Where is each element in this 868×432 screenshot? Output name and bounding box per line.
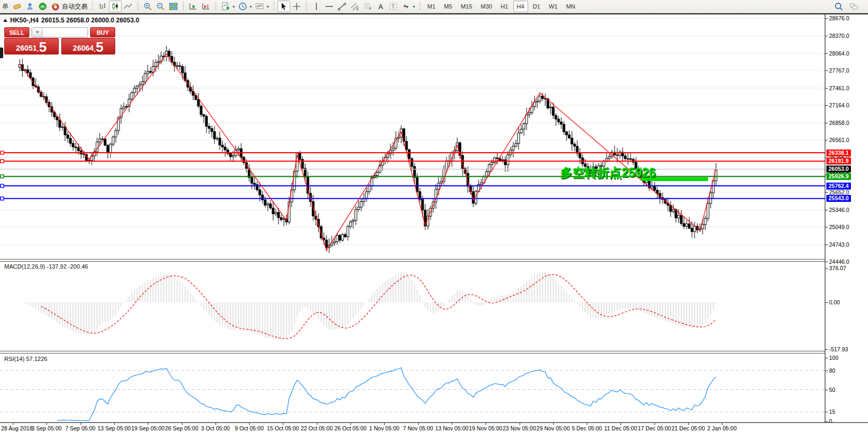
time-axis-tick: [485, 423, 486, 425]
timeframe-w1-button[interactable]: W1: [545, 1, 562, 12]
chart-shift-button[interactable]: [200, 1, 212, 12]
vertical-line-button[interactable]: [310, 1, 323, 12]
time-axis-tick: [148, 423, 148, 425]
rsi-axis-label: 100: [829, 355, 839, 361]
rsi-pane-separator[interactable]: [0, 351, 825, 354]
buy-price-int: 26064: [73, 43, 94, 53]
toolbar-right-group: [834, 2, 866, 11]
chart-title: HK50-,H4 26015.5 26058.0 26000.0 26053.0: [3, 17, 139, 24]
new-order-button[interactable]: [11, 1, 23, 12]
sell-button[interactable]: SELL: [4, 27, 29, 37]
search-icon[interactable]: [834, 2, 843, 11]
time-axis-label: 26 Oct 05:00: [335, 425, 367, 431]
buy-price-frac: 5: [95, 41, 103, 53]
time-axis-tick: [46, 423, 47, 425]
time-axis-tick: [182, 423, 182, 425]
trendline-icon: [337, 2, 347, 11]
sell-price-frac: 5: [39, 41, 46, 53]
price-tick-label: 24743.0: [829, 241, 849, 248]
timeframe-mn-button[interactable]: MN: [562, 1, 579, 12]
price-tick-label: 27767.0: [829, 67, 849, 74]
timeframe-m1-button[interactable]: M1: [424, 1, 439, 12]
metaeditor-button[interactable]: [23, 1, 36, 12]
metaeditor-icon: [25, 2, 35, 11]
indicators-button[interactable]: ▾: [219, 1, 236, 12]
price-line-tag: 25762.4: [826, 183, 851, 190]
chart-plot[interactable]: 多空转折点25926多空转折点25926: [0, 14, 825, 422]
trendline-button[interactable]: [336, 1, 348, 12]
price-line-tag: 26053.0: [826, 166, 851, 172]
timeframe-d1-button[interactable]: D1: [529, 1, 544, 12]
price-tick-label: 28676.0: [829, 15, 849, 21]
timeframe-m5-button[interactable]: M5: [440, 1, 456, 12]
timeframe-m15-button[interactable]: M15: [457, 1, 476, 12]
one-click-collapse-handle[interactable]: [0, 48, 3, 58]
timeframe-h4-button[interactable]: H4: [513, 1, 528, 12]
time-axis-tick: [81, 423, 81, 425]
buy-button[interactable]: BUY: [90, 27, 115, 37]
buy-price-box[interactable]: 26064.5: [61, 38, 116, 54]
indicators-icon: [221, 2, 230, 11]
toolbar-partial-label: 单: [2, 2, 9, 11]
timeframe-m30-button[interactable]: M30: [477, 1, 496, 12]
chart-window: 多空转折点25926多空转折点25926 HK50-,H4 26015.5 26…: [0, 13, 868, 432]
chevron-down-icon: ▾: [413, 4, 415, 9]
chart-shift-icon: [201, 2, 211, 11]
time-axis-label: 21 Dec 05:00: [672, 425, 705, 431]
time-axis-tick: [620, 423, 621, 425]
toolbar-separator: [306, 2, 307, 11]
price-tick-label: 27461.0: [829, 85, 849, 91]
autotrading-button[interactable]: 自动交易: [49, 1, 89, 12]
rsi-indicator-label: RSI(14) 57.1226: [4, 356, 47, 362]
toolbar-separator: [182, 2, 184, 11]
bar-chart-icon: [98, 2, 107, 11]
time-axis-tick: [317, 423, 317, 425]
timeframe-h1-button[interactable]: H1: [497, 1, 512, 12]
top-toolbar: 单 自动交易 ▾ ▾: [0, 0, 868, 13]
chart-ohlc-values: 26015.5 26058.0 26000.0 26053.0: [41, 17, 139, 24]
time-axis-tick: [587, 423, 587, 425]
arrows-button[interactable]: ▾: [400, 1, 417, 12]
one-click-collapse-icon[interactable]: [3, 19, 7, 22]
time-axis-tick: [13, 423, 13, 425]
volume-decrease-button[interactable]: ▼: [32, 28, 43, 37]
price-scale[interactable]: 28676.028370.028064.027767.027461.027164…: [825, 14, 868, 422]
fibonacci-button[interactable]: F: [361, 1, 374, 12]
macd-axis-label: 0.00: [829, 299, 840, 305]
toolbar-separator: [273, 2, 275, 11]
clock-icon: [238, 2, 248, 11]
text-label-button[interactable]: T: [387, 1, 400, 12]
time-scale[interactable]: 28 Aug 20183 Sep 05:007 Sep 05:0013 Sep …: [0, 422, 868, 432]
horizontal-line-button[interactable]: [323, 1, 336, 12]
zoom-in-button[interactable]: [141, 1, 154, 12]
signals-button[interactable]: [36, 1, 49, 12]
template-icon: [255, 2, 265, 11]
chat-icon[interactable]: [849, 2, 858, 11]
sell-price-box[interactable]: 26051.5: [4, 38, 59, 54]
toolbar-separator: [419, 2, 421, 11]
auto-scroll-button[interactable]: [187, 1, 200, 12]
templates-button[interactable]: ▾: [253, 1, 270, 12]
periods-button[interactable]: ▾: [236, 1, 253, 12]
macd-pane-separator[interactable]: [0, 259, 825, 262]
bar-chart-button[interactable]: [96, 1, 109, 12]
zoom-out-button[interactable]: [154, 1, 167, 12]
time-axis-tick: [520, 423, 520, 425]
candlestick-chart-button[interactable]: [109, 1, 122, 12]
rsi-axis-label: 15: [829, 409, 835, 415]
time-axis-label: 1 Nov 05:00: [369, 425, 400, 431]
rsi-axis-label: 50: [829, 387, 835, 393]
tile-windows-button[interactable]: [167, 1, 180, 12]
text-button[interactable]: A: [374, 1, 387, 12]
text-icon: A: [376, 2, 385, 11]
equidistant-channel-button[interactable]: E: [348, 1, 361, 12]
time-axis-tick: [249, 423, 250, 425]
cursor-button[interactable]: [277, 1, 290, 12]
crosshair-button[interactable]: [290, 1, 303, 12]
svg-text:A: A: [378, 3, 384, 11]
line-chart-button[interactable]: [122, 1, 134, 12]
time-axis-label: 3 Oct 05:00: [201, 425, 230, 431]
chevron-down-icon: ▾: [267, 4, 269, 9]
volume-input[interactable]: [43, 28, 88, 37]
svg-text:F: F: [369, 7, 371, 11]
